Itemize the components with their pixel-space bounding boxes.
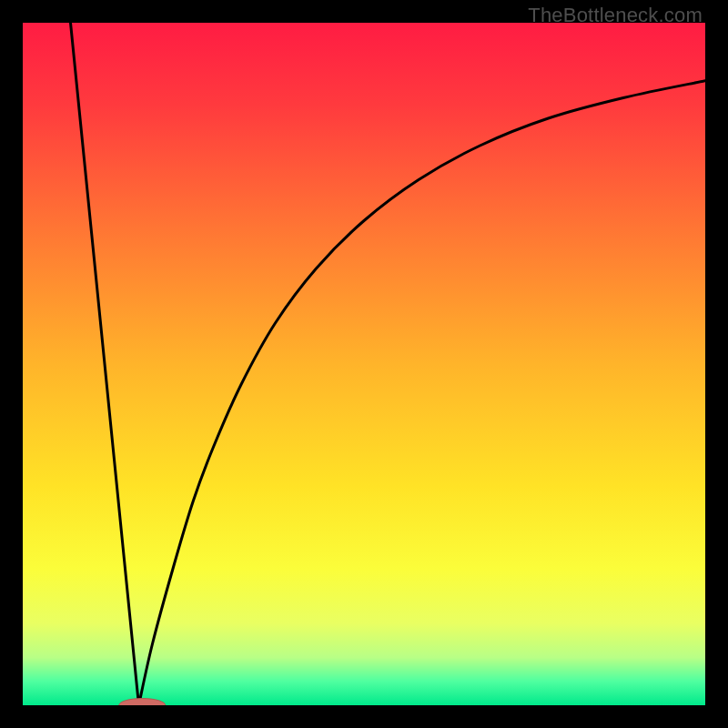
gradient-background: [23, 23, 705, 705]
chart-svg: [23, 23, 705, 705]
chart-frame: TheBottleneck.com: [0, 0, 728, 728]
plot-area: [23, 23, 705, 705]
